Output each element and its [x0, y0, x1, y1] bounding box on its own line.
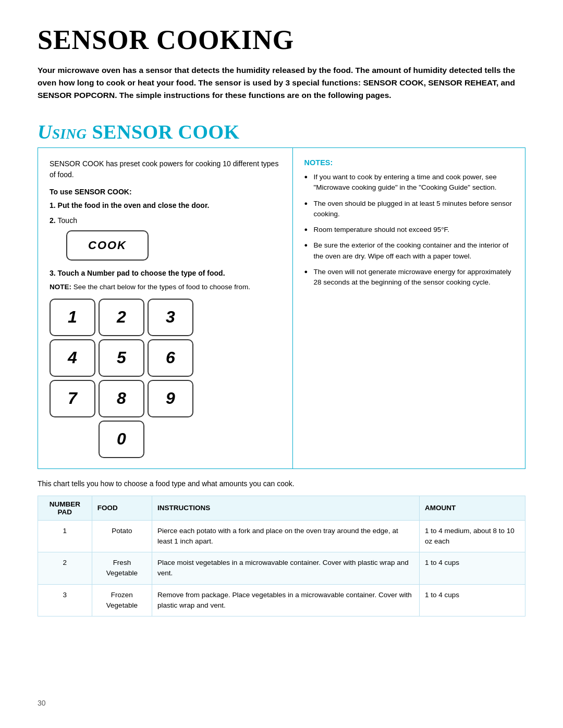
col-header-number-pad: NUMBER PAD: [38, 496, 92, 520]
col-header-amount: AMOUNT: [419, 496, 525, 520]
row2-amount: 1 to 4 cups: [419, 552, 525, 585]
numpad: 1 2 3 4 5 6 7 8 9 0: [50, 299, 280, 458]
row1-food: Potato: [92, 520, 152, 552]
content-inner: SENSOR COOK has preset cook powers for c…: [38, 148, 525, 468]
numpad-key-8[interactable]: 8: [99, 380, 144, 417]
table-row: 3 Frozen Vegetable Remove from package. …: [38, 584, 525, 616]
numpad-key-0[interactable]: 0: [99, 421, 144, 458]
notes-title: NOTES:: [304, 158, 513, 167]
page-number: 30: [38, 699, 46, 707]
row3-amount: 1 to 4 cups: [419, 584, 525, 616]
numpad-key-5[interactable]: 5: [99, 339, 144, 377]
row3-instructions: Remove from package. Place vegetables in…: [152, 584, 420, 616]
numpad-key-6[interactable]: 6: [148, 339, 193, 377]
note-item-3: Room temperature should not exceed 95°F.: [304, 225, 513, 235]
numpad-key-7[interactable]: 7: [50, 380, 95, 417]
col-header-instructions: INSTRUCTIONS: [152, 496, 420, 520]
numpad-key-9[interactable]: 9: [148, 380, 193, 417]
intro-desc: SENSOR COOK has preset cook powers for c…: [50, 158, 280, 180]
row3-number: 3: [38, 584, 92, 616]
step2: 2. Touch: [50, 215, 280, 226]
table-header-row: NUMBER PAD FOOD INSTRUCTIONS AMOUNT: [38, 496, 525, 520]
table-row: 1 Potato Pierce each potato with a fork …: [38, 520, 525, 552]
left-column: SENSOR COOK has preset cook powers for c…: [38, 148, 293, 468]
intro-paragraph: Your microwave oven has a sensor that de…: [38, 64, 525, 102]
row3-food: Frozen Vegetable: [92, 584, 152, 616]
note-item-4: Be sure the exterior of the cooking cont…: [304, 240, 513, 262]
cook-button[interactable]: COOK: [66, 230, 149, 261]
step1: 1. Put the food in the oven and close th…: [50, 200, 280, 211]
main-title: Sensor Cooking: [38, 25, 525, 55]
numpad-key-3[interactable]: 3: [148, 299, 193, 336]
row2-instructions: Place moist vegetables in a microwavable…: [152, 552, 420, 585]
cook-button-wrap: COOK: [66, 230, 280, 261]
row1-amount: 1 to 4 medium, about 8 to 10 oz each: [419, 520, 525, 552]
row1-instructions: Pierce each potato with a fork and place…: [152, 520, 420, 552]
section-title: Using SENSOR COOK: [38, 121, 525, 143]
chart-caption: This chart tells you how to choose a foo…: [38, 478, 525, 489]
right-column: NOTES: If you want to cook by entering a…: [293, 148, 525, 468]
food-table: NUMBER PAD FOOD INSTRUCTIONS AMOUNT 1 Po…: [38, 496, 525, 617]
row2-number: 2: [38, 552, 92, 585]
row1-number: 1: [38, 520, 92, 552]
numpad-key-4[interactable]: 4: [50, 339, 95, 377]
content-box: SENSOR COOK has preset cook powers for c…: [38, 147, 525, 469]
table-row: 2 Fresh Vegetable Place moist vegetables…: [38, 552, 525, 585]
numpad-key-1[interactable]: 1: [50, 299, 95, 336]
row2-food: Fresh Vegetable: [92, 552, 152, 585]
numpad-key-2[interactable]: 2: [99, 299, 144, 336]
to-use-label: To use SENSOR COOK:: [50, 188, 280, 196]
note-item-5: The oven will not generate microwave ene…: [304, 267, 513, 288]
col-header-food: FOOD: [92, 496, 152, 520]
step3: 3. Touch a Number pad to choose the type…: [50, 268, 280, 279]
note-item-1: If you want to cook by entering a time a…: [304, 172, 513, 193]
notes-list: If you want to cook by entering a time a…: [304, 172, 513, 288]
note-item-2: The oven should be plugged in at least 5…: [304, 199, 513, 220]
note-small: NOTE: See the chart below for the types …: [50, 282, 280, 292]
